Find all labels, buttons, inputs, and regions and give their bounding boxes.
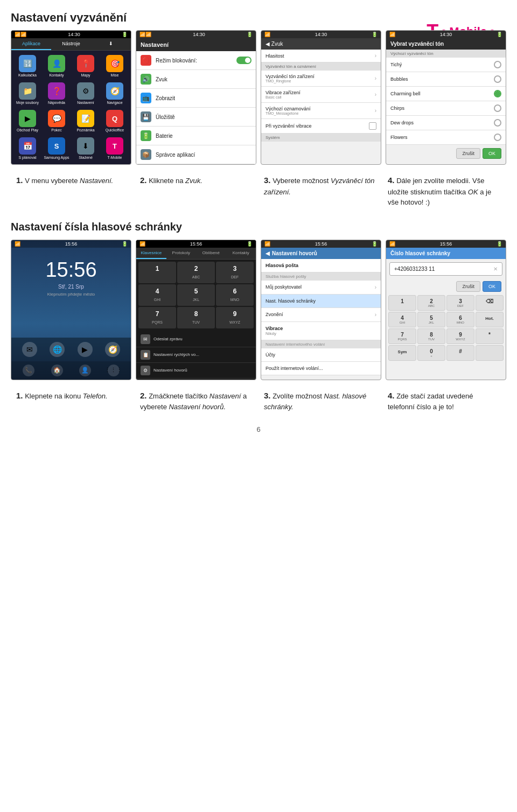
list-item[interactable]: 👤Kontakty bbox=[43, 53, 71, 79]
vm-ok-button[interactable]: OK bbox=[483, 281, 501, 292]
list-item[interactable]: SSamsung Apps bbox=[43, 135, 71, 162]
list-item[interactable]: 📝Poznámka bbox=[72, 108, 100, 134]
muj-poskyto[interactable]: Můj poskytovatel › bbox=[261, 281, 381, 295]
dial-key-8[interactable]: 8TUV bbox=[177, 307, 215, 328]
list-item[interactable]: 🔢Kalkulačka bbox=[13, 53, 41, 79]
dial-key-9[interactable]: 9WXYZ bbox=[216, 307, 254, 328]
vm-key-star[interactable]: * bbox=[476, 328, 504, 344]
vm-key-1[interactable]: 1 bbox=[388, 295, 416, 311]
menu-item-blok[interactable]: 🚫 Režim blokování: bbox=[136, 51, 256, 70]
zvuk-back-bar[interactable]: ◀ Zvuk bbox=[261, 38, 381, 50]
list-item[interactable]: 💬Pokec bbox=[43, 108, 71, 134]
vm-clear-icon[interactable]: ✕ bbox=[493, 266, 498, 272]
vyzvanci-ton-item[interactable]: Vyzváněcí tón zařízení TMO_Ringtone › bbox=[261, 71, 381, 87]
menu-icon-bottom[interactable]: ⋮⋮⋮ bbox=[108, 365, 120, 376]
nav-app-icon[interactable]: 🧭 bbox=[105, 342, 120, 357]
hlasitost-item[interactable]: Hlasitost › bbox=[261, 50, 381, 62]
ringtone-dewdrops[interactable]: Dew drops bbox=[386, 116, 506, 130]
tab-protokoly[interactable]: Protokoly bbox=[166, 248, 197, 259]
vm-key-backspace[interactable]: ⌫ bbox=[476, 295, 504, 311]
list-item[interactable]: QQuickoffice bbox=[101, 108, 129, 134]
dial-key-5[interactable]: 5JKL bbox=[177, 284, 215, 306]
pri-vyzv-item[interactable]: Při vyzvánění vibrace bbox=[261, 119, 381, 134]
clock-tap[interactable]: Klepnutím přidejte město bbox=[11, 292, 131, 297]
nast-hlasove[interactable]: Nast. hlasové schránky bbox=[261, 295, 381, 308]
radio-flowers[interactable] bbox=[494, 134, 501, 141]
list-item[interactable]: 📅S plánovat bbox=[13, 135, 41, 162]
vm-key-6[interactable]: 6MNO bbox=[446, 312, 474, 327]
radio-tichy[interactable] bbox=[494, 61, 501, 68]
list-item[interactable]: ❓Nápověda bbox=[43, 80, 71, 107]
home-icon-bottom[interactable]: 🏠 bbox=[51, 365, 63, 376]
dial-key-3[interactable]: 3DEF bbox=[216, 262, 254, 283]
vm-key-2[interactable]: 2ABC bbox=[417, 295, 445, 311]
tab-nastroje[interactable]: Nástroje bbox=[51, 38, 91, 50]
radio-dewdrops[interactable] bbox=[494, 119, 501, 127]
vibrace-item[interactable]: Vibrace zařízení Basic call › bbox=[261, 87, 381, 103]
cancel-button[interactable]: Zrušit bbox=[456, 148, 480, 159]
vychozi-item[interactable]: Výchozí oznamování TMO_Messagetone › bbox=[261, 103, 381, 119]
menu-item-uloziste[interactable]: 💾 Úložiště bbox=[136, 108, 256, 127]
vm-key-3[interactable]: 3DEF bbox=[446, 295, 474, 311]
vm-key-5[interactable]: 5JKL bbox=[417, 312, 445, 327]
menu-item-spravce[interactable]: 📦 Správce aplikací bbox=[136, 145, 256, 164]
hlasova-posta[interactable]: Hlasová pošta bbox=[261, 259, 381, 272]
list-item[interactable]: ▶Obchod Play bbox=[13, 108, 41, 134]
callset-back[interactable]: ◀ Nastavení hovorů bbox=[261, 248, 381, 259]
ringtone-flowers[interactable]: Flowers bbox=[386, 130, 506, 145]
radio-chirps[interactable] bbox=[494, 104, 501, 112]
list-item[interactable]: ⚙Nastavení bbox=[72, 80, 100, 107]
vibrace-call[interactable]: Vibrace Nikdy bbox=[261, 322, 381, 340]
menu-item-baterie[interactable]: 🔋 Baterie bbox=[136, 127, 256, 145]
ringtone-chirps[interactable]: Chirps bbox=[386, 101, 506, 116]
radio-charming[interactable] bbox=[494, 90, 501, 97]
radio-bubbles[interactable] bbox=[494, 75, 501, 83]
odeslat-zpravu[interactable]: ✉ Odeslat zprávu bbox=[136, 332, 256, 347]
list-item[interactable]: 📍Mapy bbox=[72, 53, 100, 79]
menu-item-zvuk[interactable]: 🔊 Zvuk bbox=[136, 70, 256, 89]
menu-item-zobrazit[interactable]: 📺 Zobrazit bbox=[136, 89, 256, 108]
pri-vyzv-checkbox[interactable] bbox=[369, 122, 376, 130]
vm-key-sym[interactable]: Sym bbox=[388, 345, 416, 361]
tab-aplikace[interactable]: Aplikace bbox=[11, 38, 51, 50]
toggle-blok[interactable] bbox=[236, 57, 251, 64]
vm-key-8[interactable]: 8TUV bbox=[417, 328, 445, 344]
ok-button[interactable]: OK bbox=[483, 148, 501, 159]
vm-cancel-button[interactable]: Zrušit bbox=[456, 281, 480, 292]
list-item[interactable]: 🧭Navigace bbox=[101, 80, 129, 107]
list-item[interactable]: TT-Mobile bbox=[101, 135, 129, 162]
phone-icon-bottom[interactable]: 📞 bbox=[23, 365, 34, 376]
dial-key-4[interactable]: 4GHI bbox=[138, 284, 176, 306]
pouzit-volani[interactable]: Použít internetové volání... bbox=[261, 362, 381, 375]
tab-kontakty[interactable]: Kontakty bbox=[226, 248, 256, 259]
vm-key-7[interactable]: 7PQRS bbox=[388, 328, 416, 344]
vm-key-hot[interactable]: Hot. bbox=[476, 312, 504, 327]
vm-key-0[interactable]: 0+ bbox=[417, 345, 445, 361]
zvoneni[interactable]: Zvonění › bbox=[261, 308, 381, 322]
nastaveni-hovoru[interactable]: ⚙ Nastavení hovorů bbox=[136, 363, 256, 379]
internet-app-icon[interactable]: 🌐 bbox=[50, 342, 65, 357]
tab-download[interactable]: ⬇ bbox=[91, 38, 131, 50]
vm-key-9[interactable]: 9WXYZ bbox=[446, 328, 474, 344]
list-item[interactable]: 🎯Mise bbox=[101, 53, 129, 79]
vm-key-4[interactable]: 4GHI bbox=[388, 312, 416, 327]
ringtone-bubbles[interactable]: Bubbles bbox=[386, 72, 506, 87]
tab-klavesnice[interactable]: Klavesnice bbox=[136, 248, 166, 259]
tab-oblibene[interactable]: Oblíbené bbox=[196, 248, 226, 259]
vibrace-label: Vibrace zařízení bbox=[266, 90, 373, 95]
ringtone-tichy[interactable]: Tichý bbox=[386, 58, 506, 72]
dial-key-1[interactable]: 1 bbox=[138, 262, 176, 283]
dial-key-2[interactable]: 2ABC bbox=[177, 262, 215, 283]
dial-key-7[interactable]: 7PQRS bbox=[138, 307, 176, 328]
contacts-icon-bottom[interactable]: 👤 bbox=[79, 365, 91, 376]
list-item[interactable]: 📁Moje soubory bbox=[13, 80, 41, 107]
list-item[interactable]: ⬇Stažené bbox=[72, 135, 100, 162]
shop-app-icon[interactable]: ▶ bbox=[78, 342, 93, 357]
dial-key-6[interactable]: 6MNO bbox=[216, 284, 254, 306]
email-app-icon[interactable]: ✉ bbox=[22, 342, 37, 357]
vm-key-hash[interactable]: # bbox=[446, 345, 474, 361]
vm-number-field[interactable]: +4206031233 11 ✕ bbox=[389, 262, 502, 276]
ucty[interactable]: Účty bbox=[261, 348, 381, 362]
nastaveni-rychlych[interactable]: 📋 Nastavení rychlých vo... bbox=[136, 347, 256, 363]
ringtone-charming[interactable]: Charming bell bbox=[386, 87, 506, 101]
